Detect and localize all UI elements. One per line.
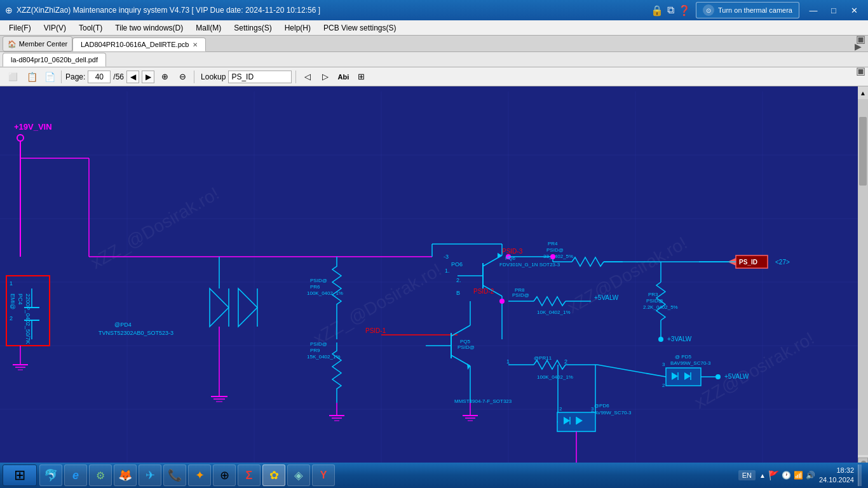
svg-text:TVNST52302AB0_SOT523-3: TVNST52302AB0_SOT523-3 <box>98 330 173 336</box>
lang-indicator[interactable]: EN <box>738 470 756 480</box>
taskbar-app-yandex[interactable]: Y <box>312 464 335 486</box>
menu-bar: File(F) VIP(V) Tool(T) Tile two windows(… <box>0 20 868 36</box>
svg-text:2200P_0402_50/7K: 2200P_0402_50/7K <box>25 294 31 344</box>
menu-vip[interactable]: VIP(V) <box>37 21 72 35</box>
svg-text:+5VALW: +5VALW <box>594 294 619 301</box>
tray-icons: ▲ 🚩 🕐 📶 🔊 <box>759 470 815 480</box>
member-center-btn[interactable]: 🏠 Member Center <box>3 36 72 51</box>
clock-display[interactable]: 18:32 24.10.2024 <box>819 466 854 485</box>
taskbar-app-clover[interactable]: ✦ <box>188 464 211 486</box>
svg-text:<27>: <27> <box>775 259 790 266</box>
diagram-area: xZZ_@Dosirak.ro! xZZ_@Dosirak.ro! xZZ@Do… <box>0 86 868 478</box>
svg-text:PSID@: PSID@ <box>512 292 529 298</box>
menu-help[interactable]: Help(H) <box>278 21 317 35</box>
zoom-in-btn[interactable]: ⊕ <box>157 69 172 85</box>
svg-text:2.2K_0402_5%: 2.2K_0402_5% <box>643 304 678 310</box>
page-label: Page: <box>65 72 85 81</box>
svg-text:+19V_VIN: +19V_VIN <box>14 122 52 132</box>
svg-point-147 <box>715 374 721 379</box>
svg-text:100K_0402_1%: 100K_0402_1% <box>537 374 573 380</box>
camera-icon: ⊙ <box>703 4 714 16</box>
taskbar-app-dolphin[interactable]: 🐬 <box>39 464 62 486</box>
svg-text:MMST3904-7-F_SOT323: MMST3904-7-F_SOT323 <box>454 398 512 404</box>
page-next-btn[interactable]: ▶ <box>142 71 154 83</box>
tab-pdf[interactable]: la-d804pr10_0620b_dell.pdf <box>3 53 106 67</box>
taskbar-app-telegram[interactable]: ✈ <box>139 464 161 486</box>
lookup-input[interactable] <box>228 71 292 83</box>
sep1 <box>61 71 62 83</box>
svg-text:@PD6: @PD6 <box>594 403 609 409</box>
show-desktop-btn[interactable] <box>858 464 862 486</box>
taskbar-app-utorrent[interactable]: ⚙ <box>89 464 112 486</box>
taskbar-app-firefox[interactable]: 🦊 <box>114 464 137 486</box>
forward-btn[interactable]: ▷ <box>318 69 333 85</box>
svg-text:PR3: PR3 <box>648 292 658 297</box>
tab2-collapse-btn[interactable]: ▣ <box>856 65 865 77</box>
page-prev-btn[interactable]: ◀ <box>126 71 139 83</box>
lock-icon: 🔒 <box>651 4 663 17</box>
taskbar-app-misc[interactable]: ◈ <box>287 464 310 486</box>
svg-text:PO6: PO6 <box>451 261 463 268</box>
svg-text:PSID@: PSID@ <box>310 278 327 283</box>
svg-text:PC4: PC4 <box>17 294 24 305</box>
grid-view-btn[interactable]: ⊞ <box>353 69 369 85</box>
thermal-btn-label: Turn on thermal camera <box>718 6 792 14</box>
svg-text:+3VALW: +3VALW <box>667 336 692 342</box>
maximize-button[interactable]: □ <box>825 3 843 17</box>
paste-btn[interactable]: 📄 <box>42 69 57 85</box>
svg-text:PQ5: PQ5 <box>460 339 471 344</box>
svg-text:10K_0402_1%: 10K_0402_1% <box>537 309 571 315</box>
menu-settings[interactable]: Settings(S) <box>227 21 278 35</box>
panel-split-btn[interactable]: ⬜ <box>4 69 22 85</box>
svg-point-95 <box>658 337 663 342</box>
taskbar-apps: 🐬 e ⚙ 🦊 ✈ 📞 ✦ ⊕ Σ ✿ ◈ <box>39 464 335 486</box>
tray-time-sync: 🕐 <box>782 471 791 480</box>
start-button[interactable]: ⊞ <box>3 464 37 486</box>
svg-text:PR9: PR9 <box>310 348 320 353</box>
title-text: XZZ(XinZhiZao) Maintenance inquiry syste… <box>17 6 651 15</box>
svg-text:PSID@: PSID@ <box>310 341 327 347</box>
zoom-out-btn[interactable]: ⊖ <box>175 69 190 85</box>
svg-text:PSID-2: PSID-2 <box>473 288 494 295</box>
tab-pcb[interactable]: LAD804PR10-0616A_DellRTE.pcb ✕ <box>72 37 206 51</box>
minimize-button[interactable]: — <box>804 3 822 17</box>
scroll-up-btn[interactable]: ▲ <box>858 86 868 99</box>
taskbar-app-ie[interactable]: e <box>64 464 87 486</box>
close-button[interactable]: ✕ <box>845 3 863 17</box>
taskbar-app-viber[interactable]: 📞 <box>163 464 186 486</box>
page-input[interactable] <box>88 71 111 83</box>
tray-flag: 🚩 <box>768 470 779 480</box>
svg-text:15K_0402_1%: 15K_0402_1% <box>307 354 341 360</box>
svg-text:PR6: PR6 <box>310 284 320 290</box>
clock-time: 18:32 <box>819 466 854 475</box>
back-btn[interactable]: ◁ <box>300 69 315 85</box>
taskbar-app-xzz[interactable]: ✿ <box>262 464 285 486</box>
page-total: /56 <box>113 72 124 81</box>
menu-file[interactable]: File(F) <box>3 21 37 35</box>
menu-mall[interactable]: Mall(M) <box>189 21 227 35</box>
svg-text:FDV301N_G_1N SOT23-3: FDV301N_G_1N SOT23-3 <box>499 262 560 268</box>
menu-pcb[interactable]: PCB View settings(S) <box>317 21 403 35</box>
title-bar: ⊕ XZZ(XinZhiZao) Maintenance inquiry sys… <box>0 0 868 20</box>
svg-text:1: 1 <box>10 280 13 287</box>
v-scroll-thumb[interactable] <box>859 117 867 186</box>
thermal-camera-button[interactable]: ⊙ Turn on thermal camera <box>696 2 799 18</box>
svg-text:1: 1 <box>506 358 510 365</box>
svg-text:2: 2 <box>10 315 13 322</box>
menu-tool[interactable]: Tool(T) <box>72 21 109 35</box>
taskbar-app-chrome[interactable]: ⊕ <box>213 464 236 486</box>
menu-tile[interactable]: Tile two windows(D) <box>109 21 189 35</box>
text-btn[interactable]: Abi <box>336 69 351 85</box>
taskbar-app-bossanova[interactable]: Σ <box>238 464 261 486</box>
svg-text:@PR11: @PR11 <box>534 355 552 361</box>
svg-text:-3: -3 <box>444 254 449 260</box>
svg-text:2: 2 <box>662 383 665 388</box>
lookup-label: Lookup <box>201 72 226 81</box>
tab-collapse-btn[interactable]: ▣ <box>856 33 865 45</box>
tab-pcb-close[interactable]: ✕ <box>193 41 198 48</box>
svg-text:PSID@: PSID@ <box>458 344 475 350</box>
copy-btn[interactable]: 📋 <box>24 69 39 85</box>
v-scrollbar[interactable]: ▲ ▼ <box>858 86 868 468</box>
svg-text:3: 3 <box>591 406 594 412</box>
tray-arrow[interactable]: ▲ <box>759 472 766 479</box>
